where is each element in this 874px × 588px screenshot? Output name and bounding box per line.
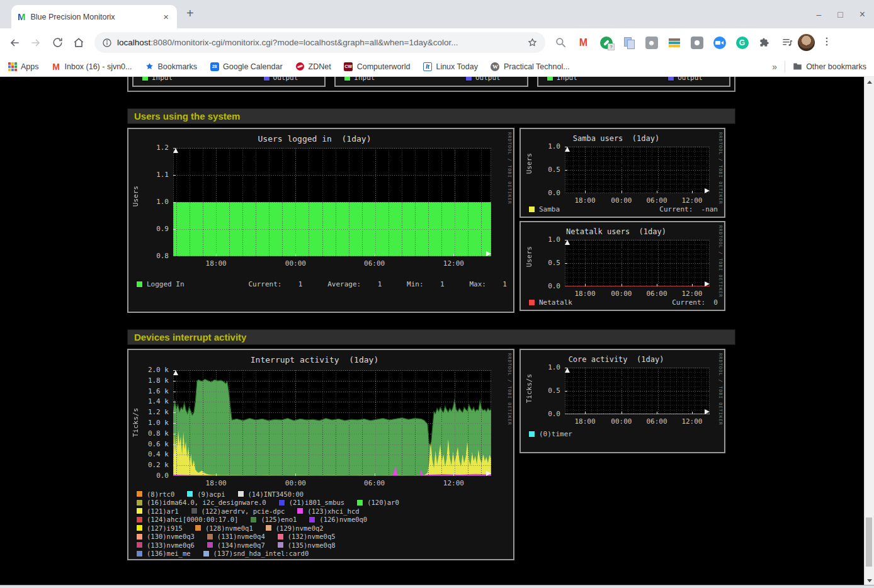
interrupt-activity-graph[interactable]: Interrupt activity (1day) RRDTOOL / TOBI… bbox=[127, 349, 514, 560]
profile-avatar[interactable] bbox=[798, 34, 815, 51]
partial-graph-panel[interactable]: InputOutput bbox=[537, 77, 730, 87]
legend-swatch bbox=[529, 431, 535, 437]
legend-item: (136)mei_me bbox=[137, 550, 191, 557]
bookmark-label: Linux Today bbox=[436, 62, 478, 71]
x-tick-label: 00:00 bbox=[285, 479, 306, 487]
partial-graph-panel[interactable]: InputOutput bbox=[132, 77, 326, 87]
reload-button[interactable] bbox=[49, 35, 65, 51]
x-tick-label: 12:00 bbox=[681, 196, 702, 205]
page-scrollbar[interactable] bbox=[864, 77, 874, 585]
gmail-icon[interactable]: M bbox=[577, 36, 590, 49]
legend-item: Netatalk bbox=[529, 298, 572, 307]
search-icon[interactable] bbox=[554, 36, 567, 49]
x-tick-label: 00:00 bbox=[611, 290, 632, 298]
legend-item: (122)aerdrv, pcie-dpc bbox=[191, 507, 285, 515]
y-tick-label: 1.2 bbox=[156, 144, 169, 152]
core-activity-graph[interactable]: Core activity (1day) RRDTOOL / TOBI OETI… bbox=[519, 349, 725, 453]
copy-icon[interactable] bbox=[622, 36, 635, 49]
bookmark-cw[interactable]: CWComputerworld bbox=[344, 62, 411, 71]
bookmark-wp[interactable]: WPractical Technol... bbox=[491, 62, 570, 71]
bulb-box-icon[interactable] bbox=[690, 36, 703, 49]
folder-icon bbox=[793, 62, 802, 71]
legend-swatch bbox=[266, 525, 271, 531]
bookmark-star[interactable]: Bookmarks bbox=[145, 62, 198, 71]
tab-close-icon[interactable]: × bbox=[161, 11, 171, 22]
legend-swatch bbox=[203, 551, 209, 557]
legend-swatch bbox=[207, 534, 213, 540]
home-button[interactable] bbox=[71, 35, 87, 51]
legend-item: (127)i915 bbox=[137, 524, 183, 532]
bookmark-lt[interactable]: ltLinux Today bbox=[423, 62, 478, 71]
x-tick-label: 12:00 bbox=[681, 290, 702, 298]
url-text[interactable]: localhost:8080/monitorix-cgi/monitorix.c… bbox=[117, 38, 527, 47]
window-maximize-button[interactable]: □ bbox=[837, 10, 843, 19]
legend-row: (133)nvme0q6(134)nvme0q7(135)nvme0q8 bbox=[137, 541, 507, 550]
y-tick-label: 1.4 k bbox=[148, 397, 169, 405]
bookmark-zdnet[interactable]: ZDNet bbox=[295, 62, 331, 71]
graph-title: Interrupt activity (1day) bbox=[154, 355, 475, 365]
legend-input: Input bbox=[142, 77, 173, 82]
address-bar[interactable]: localhost:8080/monitorix-cgi/monitorix.c… bbox=[94, 32, 545, 53]
grammarly-icon[interactable]: G bbox=[735, 36, 749, 49]
samba-users-graph[interactable]: Samba users (1day) RRDTOOL / TOBI OETIKE… bbox=[519, 128, 725, 218]
legend-row: (130)nvme0q3(131)nvme0q4(132)nvme0q5 bbox=[137, 533, 507, 541]
legend-stats: Current: -nan bbox=[659, 205, 718, 213]
books-icon[interactable] bbox=[667, 36, 681, 49]
back-button[interactable] bbox=[6, 35, 23, 51]
window-close-button[interactable]: × bbox=[860, 9, 865, 20]
partial-graph-panel[interactable]: InputOutput bbox=[334, 77, 528, 87]
legend-item: (14)INT3450:00 bbox=[238, 490, 304, 498]
bookmark-gcal[interactable]: 28Google Calendar bbox=[210, 62, 283, 71]
person-box-icon[interactable]: ☻ bbox=[645, 36, 658, 49]
y-tick-label: 0.6 k bbox=[148, 440, 169, 448]
forward-button[interactable] bbox=[28, 35, 44, 51]
x-tick-label: 18:00 bbox=[574, 290, 595, 298]
bookmark-star-icon[interactable] bbox=[527, 37, 538, 48]
playlist-icon[interactable] bbox=[781, 36, 794, 49]
legend-item: Samba bbox=[529, 205, 560, 213]
scrollbar-down-icon[interactable] bbox=[865, 575, 874, 585]
browser-menu-icon[interactable] bbox=[821, 36, 832, 50]
y-axis-label: Users bbox=[525, 153, 533, 174]
plot-area: 1.00.50.018:0000:0006:0012:00 bbox=[565, 368, 710, 414]
y-tick-label: 0.2 k bbox=[148, 461, 169, 469]
new-tab-button[interactable]: + bbox=[186, 6, 194, 21]
legend-swatch bbox=[278, 542, 283, 548]
phone-icon[interactable]: ? bbox=[599, 36, 613, 49]
output-swatch bbox=[466, 77, 472, 81]
legend-swatch bbox=[357, 500, 363, 506]
x-tick-label: 06:00 bbox=[646, 417, 667, 426]
browser-tab[interactable]: M Blue Precision Monitorix × bbox=[11, 5, 177, 28]
y-axis-label: Users bbox=[132, 186, 140, 206]
netatalk-users-graph[interactable]: Netatalk users (1day) RRDTOOL / TOBI OET… bbox=[519, 221, 725, 311]
other-bookmarks-folder[interactable]: Other bookmarks bbox=[793, 62, 866, 71]
apps-icon bbox=[8, 62, 17, 71]
site-info-icon[interactable] bbox=[102, 38, 112, 48]
graph-title: Core activity (1day) bbox=[546, 355, 686, 364]
x-tick-label: 18:00 bbox=[206, 479, 227, 487]
puzzle-icon[interactable] bbox=[758, 36, 771, 49]
y-tick-label: 1.0 bbox=[548, 142, 560, 150]
legend-item: (132)nvme0q5 bbox=[278, 533, 336, 540]
bookmark-label: Bookmarks bbox=[158, 62, 198, 71]
scrollbar-thumb[interactable] bbox=[866, 517, 872, 567]
bookmarks-overflow-chevron[interactable]: » bbox=[772, 62, 777, 72]
legend-swatch bbox=[137, 500, 142, 506]
plot-area: 1.00.50.018:0000:0006:0012:00 bbox=[565, 147, 710, 193]
bookmark-apps[interactable]: Apps bbox=[8, 62, 39, 71]
window-minimize-button[interactable]: – bbox=[816, 10, 821, 19]
users-logged-in-graph[interactable]: Users logged in (1day) RRDTOOL / TOBI OE… bbox=[127, 128, 514, 313]
graph-legend: (0)timer bbox=[529, 430, 718, 438]
scrollbar-up-icon[interactable] bbox=[865, 77, 874, 87]
y-tick-label: 1.2 k bbox=[148, 408, 169, 416]
legend-swatch bbox=[529, 206, 535, 212]
legend-row: (8)rtc0(9)acpi(14)INT3450:00 bbox=[137, 490, 507, 499]
legend-swatch bbox=[137, 508, 142, 514]
legend-item: (135)nvme0q8 bbox=[278, 541, 336, 549]
legend-row: Logged InCurrent: 1 Average: 1 Min: 1 Ma… bbox=[137, 280, 507, 288]
zoom-camera-icon[interactable] bbox=[713, 36, 726, 49]
legend-swatch bbox=[238, 491, 244, 497]
legend-swatch bbox=[137, 542, 142, 548]
bookmark-gmail[interactable]: MInbox (16) - sjvn0... bbox=[52, 62, 132, 71]
legend-item: (16)idma64.0, i2c_designware.0 bbox=[137, 499, 266, 506]
